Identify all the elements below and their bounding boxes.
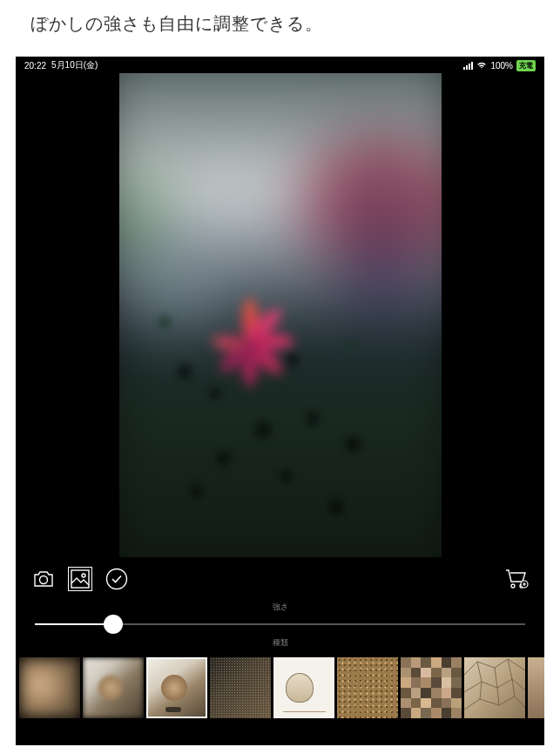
slider-thumb[interactable] bbox=[104, 615, 123, 634]
slider-label: 強さ bbox=[16, 598, 544, 616]
svg-point-2 bbox=[82, 574, 85, 577]
status-bar: 20:22 5月10日(金) 100% 充電 bbox=[16, 57, 544, 72]
filter-thumb-5[interactable] bbox=[337, 657, 398, 718]
cart-button[interactable] bbox=[504, 567, 529, 591]
intensity-slider[interactable] bbox=[16, 616, 544, 634]
svg-rect-1 bbox=[71, 570, 89, 588]
filter-thumb-1[interactable] bbox=[83, 657, 144, 718]
filter-thumb-3[interactable] bbox=[210, 657, 271, 718]
filter-thumb-6[interactable] bbox=[401, 657, 462, 718]
gallery-button[interactable] bbox=[68, 567, 92, 591]
status-date: 5月10日(金) bbox=[51, 59, 98, 71]
confirm-button[interactable] bbox=[105, 567, 129, 591]
battery-badge: 充電 bbox=[516, 60, 536, 71]
image-canvas[interactable] bbox=[16, 72, 544, 558]
filter-thumb-4[interactable] bbox=[273, 657, 334, 718]
filter-thumb-8[interactable] bbox=[528, 657, 544, 718]
tool-row bbox=[16, 558, 544, 598]
filter-thumb-2[interactable] bbox=[146, 657, 207, 718]
svg-point-0 bbox=[40, 576, 48, 584]
app-screenshot: 20:22 5月10日(金) 100% 充電 bbox=[16, 57, 544, 745]
svg-point-4 bbox=[511, 584, 515, 588]
filter-thumbnails[interactable] bbox=[16, 652, 544, 729]
status-time: 20:22 bbox=[24, 61, 46, 71]
filters-label: 種類 bbox=[16, 634, 544, 652]
camera-button[interactable] bbox=[31, 567, 56, 591]
battery-percent: 100% bbox=[490, 61, 513, 71]
filter-thumb-7[interactable] bbox=[464, 657, 525, 718]
filter-thumb-0[interactable] bbox=[19, 657, 80, 718]
svg-point-3 bbox=[107, 569, 127, 589]
signal-icon bbox=[463, 62, 473, 70]
preview-image bbox=[119, 73, 442, 557]
page-caption: ぼかしの強さも自由に調整できる。 bbox=[0, 0, 560, 57]
wifi-icon bbox=[476, 62, 487, 70]
